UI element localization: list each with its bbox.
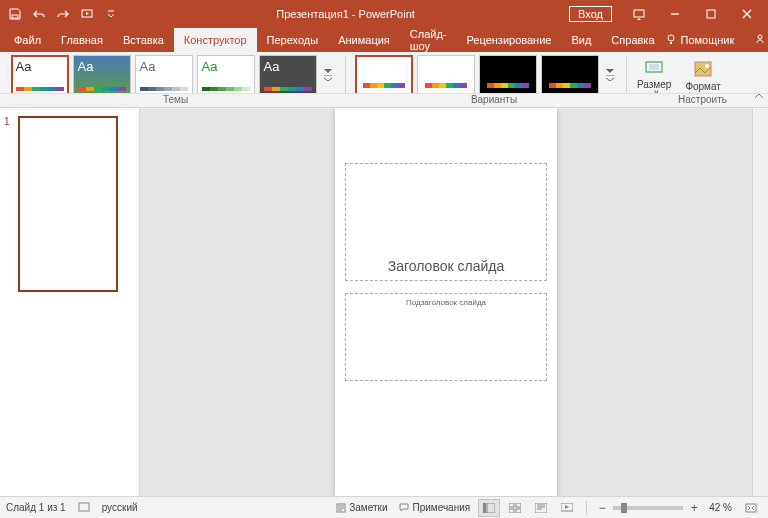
comments-button[interactable]: Примечания	[395, 500, 474, 515]
svg-rect-13	[487, 503, 495, 513]
comments-label: Примечания	[412, 502, 470, 513]
theme-color-strip	[78, 87, 126, 91]
language-indicator[interactable]: русский	[102, 502, 138, 513]
window-title: Презентация1 - PowerPoint	[122, 8, 569, 20]
theme-color-strip	[202, 87, 250, 91]
slide-thumbnail-number: 1	[4, 116, 10, 127]
ribbon-tabs: Файл Главная Вставка Конструктор Переход…	[0, 28, 768, 52]
slide-size-icon	[644, 57, 664, 77]
theme-aa-preview: Aa	[140, 60, 188, 73]
slide-thumbnail[interactable]: 1	[8, 116, 131, 292]
slide-editor[interactable]: Заголовок слайда Подзаголовок слайда	[140, 108, 752, 496]
ribbon-options-icon[interactable]	[622, 0, 656, 28]
svg-point-4	[668, 35, 674, 41]
share-button[interactable]: Поделиться	[754, 33, 768, 47]
minimize-icon[interactable]	[658, 0, 692, 28]
format-background-icon	[693, 59, 713, 79]
undo-icon[interactable]	[28, 3, 50, 25]
variant-thumbnail[interactable]	[479, 55, 537, 95]
zoom-slider-handle[interactable]	[621, 503, 627, 513]
theme-color-strip	[16, 87, 64, 91]
theme-thumbnail[interactable]: Aa	[197, 55, 255, 95]
svg-point-9	[705, 64, 709, 68]
theme-color-strip	[264, 87, 312, 91]
tab-home[interactable]: Главная	[51, 28, 113, 52]
theme-thumbnail[interactable]: Aa	[135, 55, 193, 95]
svg-rect-17	[516, 509, 521, 513]
theme-aa-preview: Aa	[264, 60, 312, 73]
tab-animations[interactable]: Анимация	[328, 28, 400, 52]
close-icon[interactable]	[730, 0, 764, 28]
svg-rect-20	[746, 504, 756, 512]
title-bar-right: Вход	[569, 0, 768, 28]
variant-color-strip	[549, 83, 591, 88]
theme-color-strip	[140, 87, 188, 91]
variant-thumbnail[interactable]	[417, 55, 475, 95]
svg-rect-7	[649, 64, 659, 70]
svg-point-5	[758, 35, 762, 39]
tab-transitions[interactable]: Переходы	[257, 28, 329, 52]
zoom-out-icon[interactable]: −	[595, 501, 609, 515]
group-labels: Темы Варианты Настроить	[0, 93, 768, 107]
qat-dropdown-icon[interactable]	[100, 3, 122, 25]
variant-thumbnail[interactable]	[541, 55, 599, 95]
theme-aa-preview: Aa	[16, 60, 64, 73]
notes-button[interactable]: Заметки	[332, 500, 391, 515]
variant-color-strip	[363, 83, 405, 88]
save-icon[interactable]	[4, 3, 26, 25]
maximize-icon[interactable]	[694, 0, 728, 28]
variant-color-strip	[487, 83, 529, 88]
spellcheck-icon[interactable]	[78, 501, 90, 515]
lightbulb-icon	[665, 33, 677, 47]
themes-group-label: Темы	[0, 94, 351, 107]
tell-me[interactable]: Помощник	[665, 33, 735, 47]
vertical-scrollbar[interactable]	[752, 108, 768, 496]
collapse-ribbon-icon[interactable]	[754, 87, 764, 105]
zoom-slider[interactable]	[613, 506, 683, 510]
signin-button[interactable]: Вход	[569, 6, 612, 22]
redo-icon[interactable]	[52, 3, 74, 25]
slideshow-view-icon[interactable]	[556, 499, 578, 517]
slide-thumbnail-preview[interactable]	[18, 116, 118, 292]
title-placeholder[interactable]: Заголовок слайда	[345, 163, 547, 281]
zoom-level[interactable]: 42 %	[709, 502, 732, 513]
variants-more-icon[interactable]	[603, 55, 617, 95]
tab-design[interactable]: Конструктор	[174, 28, 257, 52]
variant-thumbnail[interactable]	[355, 55, 413, 95]
status-bar: Слайд 1 из 1 русский Заметки Примечания …	[0, 496, 768, 518]
svg-rect-3	[707, 10, 715, 18]
start-from-beginning-icon[interactable]	[76, 3, 98, 25]
comments-icon	[399, 503, 409, 513]
share-icon	[754, 33, 766, 47]
theme-thumbnail[interactable]: Aa	[11, 55, 69, 95]
notes-label: Заметки	[349, 502, 387, 513]
tab-review[interactable]: Рецензирование	[457, 28, 562, 52]
variants-group-label: Варианты	[351, 94, 637, 107]
svg-rect-15	[516, 503, 521, 507]
tell-me-label: Помощник	[681, 34, 735, 46]
title-bar: Презентация1 - PowerPoint Вход	[0, 0, 768, 28]
themes-more-icon[interactable]	[321, 55, 335, 95]
themes-gallery: AaAaAaAaAa	[11, 55, 335, 95]
tab-file[interactable]: Файл	[4, 28, 51, 52]
slide-sorter-view-icon[interactable]	[504, 499, 526, 517]
svg-rect-10	[79, 503, 89, 511]
notes-icon	[336, 503, 346, 513]
zoom-in-icon[interactable]: +	[687, 501, 701, 515]
slide-counter[interactable]: Слайд 1 из 1	[6, 502, 66, 513]
slide-canvas[interactable]: Заголовок слайда Подзаголовок слайда	[335, 108, 557, 496]
theme-thumbnail[interactable]: Aa	[73, 55, 131, 95]
tab-insert[interactable]: Вставка	[113, 28, 174, 52]
theme-thumbnail[interactable]: Aa	[259, 55, 317, 95]
normal-view-icon[interactable]	[478, 499, 500, 517]
theme-aa-preview: Aa	[202, 60, 250, 73]
tab-slideshow[interactable]: Слайд-шоу	[400, 28, 457, 52]
tab-view[interactable]: Вид	[561, 28, 601, 52]
fit-to-window-icon[interactable]	[740, 499, 762, 517]
subtitle-placeholder[interactable]: Подзаголовок слайда	[345, 293, 547, 381]
tab-help[interactable]: Справка	[601, 28, 664, 52]
reading-view-icon[interactable]	[530, 499, 552, 517]
main-area: 1 Заголовок слайда Подзаголовок слайда	[0, 108, 768, 496]
variants-gallery	[355, 55, 617, 95]
theme-aa-preview: Aa	[78, 60, 126, 73]
